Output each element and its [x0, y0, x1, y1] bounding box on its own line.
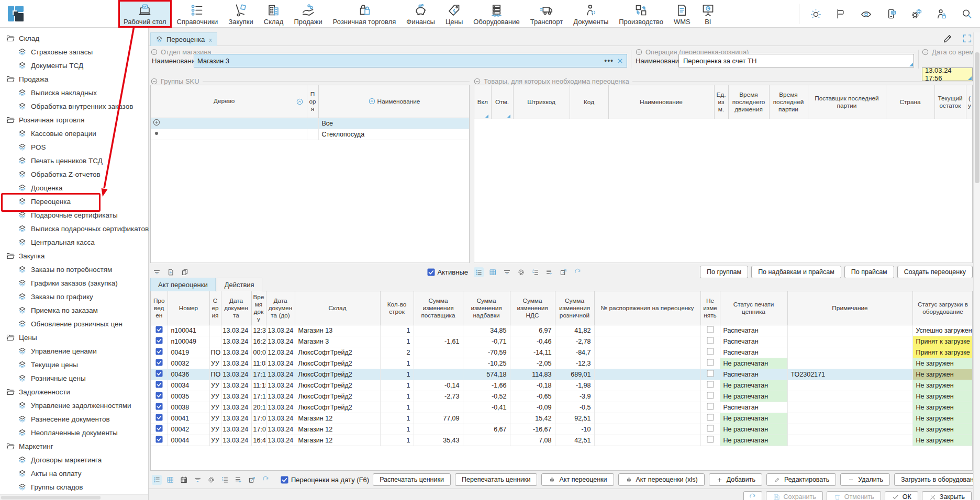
acts-col-7[interactable]: Кол-во строк	[380, 291, 414, 325]
acts-button-2[interactable]: Акт переоценки	[541, 473, 614, 486]
edit-pencil-icon[interactable]	[942, 33, 953, 44]
goods-col-11[interactable]: (у	[966, 85, 973, 119]
view-grid-icon[interactable]	[488, 267, 498, 277]
sku-row[interactable]: Стеклопосуда	[151, 129, 470, 140]
export-icon[interactable]	[247, 475, 257, 485]
sidebar-item-18[interactable]: Графики заказов (закупка)	[0, 276, 148, 290]
refresh-icon[interactable]	[261, 475, 271, 485]
settings-gears-icon[interactable]	[910, 8, 922, 20]
goods-col-6[interactable]: Время последнего движения	[728, 85, 769, 119]
collapse-icon[interactable]	[922, 49, 929, 55]
acts-table-row[interactable]: 00032УУ13.03.2411:0313.03.24ЛюксСофтТрей…	[151, 358, 973, 369]
app-tab-equipment[interactable]: Оборудование	[468, 0, 525, 28]
checkbox-checked-icon[interactable]	[155, 359, 163, 366]
app-tab-references[interactable]: Справочники	[172, 0, 224, 28]
acts-button-3[interactable]: Акт переоценки (xls)	[618, 473, 705, 486]
goods-col-10[interactable]: Текущий остаток	[934, 85, 966, 119]
sidebar-item-33[interactable]: Группы складов	[0, 480, 148, 494]
goods-col-8[interactable]: Поставщик последней партии	[808, 85, 886, 119]
goods-button-1[interactable]: По надбавкам и прайсам	[751, 266, 841, 278]
checkbox-empty-icon[interactable]	[707, 436, 714, 443]
acts-col-2[interactable]: Серия	[209, 291, 221, 325]
refresh-button[interactable]	[743, 491, 762, 500]
sidebar-item-29[interactable]: Неоплаченные документы	[0, 426, 148, 439]
operation-select[interactable]: Переоценка за счет ТН	[678, 54, 914, 67]
goods-col-3[interactable]: Код	[570, 85, 608, 119]
acts-tab-0[interactable]: Акт переоценки	[150, 278, 216, 291]
app-tab-purchases[interactable]: Закупки	[223, 0, 258, 28]
app-tab-production[interactable]: Производство	[614, 0, 669, 28]
app-tab-finance[interactable]: Финансы	[401, 0, 440, 28]
sidebar-item-4[interactable]: Выписка накладных	[0, 86, 148, 99]
checkbox-checked-icon[interactable]	[427, 268, 435, 276]
acts-col-8[interactable]: Сумма изменения поставщика	[414, 291, 463, 325]
sku-row[interactable]: Все	[151, 118, 470, 129]
close-button[interactable]: Закрыть	[922, 491, 972, 500]
sidebar-item-25[interactable]: Розничные цены	[0, 371, 148, 385]
checkbox-checked-icon[interactable]	[155, 348, 163, 355]
sidebar-item-21[interactable]: Обновление розничных цен	[0, 317, 148, 331]
sidebar-item-14[interactable]: Выписка подарочных сертификатов	[0, 222, 148, 235]
view-grid-icon[interactable]	[165, 475, 175, 485]
checkbox-empty-icon[interactable]	[707, 370, 714, 377]
checkbox-checked-icon[interactable]	[155, 370, 163, 377]
filter-icon[interactable]	[152, 267, 162, 277]
app-tab-prices[interactable]: Цены	[440, 0, 468, 28]
user-lock-icon[interactable]	[936, 8, 948, 20]
sidebar-item-31[interactable]: Договоры маркетинга	[0, 453, 148, 467]
checkbox-empty-icon[interactable]	[707, 337, 714, 344]
goods-col-5[interactable]: Ед. изм.	[714, 85, 728, 119]
checkbox-checked-icon[interactable]	[155, 381, 163, 388]
checkbox-empty-icon[interactable]	[707, 326, 714, 333]
goods-col-2[interactable]: Штрихкод	[513, 85, 570, 119]
acts-button-0[interactable]: Распечатать ценники	[373, 473, 451, 486]
acts-col-1[interactable]: Номер	[168, 291, 209, 325]
scrollbar-thumb[interactable]	[975, 52, 979, 183]
flag-icon[interactable]	[835, 8, 847, 20]
numbered-list-icon[interactable]	[530, 267, 540, 277]
sidebar-item-16[interactable]: Закупка	[0, 249, 148, 263]
checkbox-checked-icon[interactable]	[155, 326, 163, 333]
checkbox-empty-icon[interactable]	[707, 425, 714, 432]
sidebar-item-19[interactable]: Заказы по графику	[0, 290, 148, 303]
sidebar-item-23[interactable]: Управление ценами	[0, 344, 148, 358]
sidebar-item-13[interactable]: Подарочные сертификаты	[0, 208, 148, 222]
ok-button[interactable]: ОК	[885, 491, 918, 500]
app-tab-sales[interactable]: Продажи	[288, 0, 327, 28]
active-checkbox[interactable]: Активные	[409, 265, 468, 279]
acts-table-row[interactable]: 00436ПО13.03.2417:1113.03.24ЛюксСофтТрей…	[151, 369, 973, 380]
sidebar-item-1[interactable]: Страховые запасы	[0, 45, 148, 59]
acts-col-14[interactable]: Статус печати ценника	[720, 291, 787, 325]
acts-col-3[interactable]: Дата документа	[221, 291, 251, 325]
sidebar-item-22[interactable]: Цены	[0, 331, 148, 344]
theme-icon[interactable]	[810, 8, 822, 20]
vertical-scrollbar[interactable]	[973, 32, 980, 500]
acts-table-row[interactable]: 00038УУ13.03.2420:1813.03.24ЛюксСофтТрей…	[151, 402, 973, 413]
eye-icon[interactable]	[860, 8, 872, 20]
goods-col-1[interactable]: Отм.	[491, 85, 513, 119]
acts-button-5[interactable]: Редактировать	[766, 473, 836, 486]
refresh-icon[interactable]	[573, 267, 583, 277]
calendar-icon[interactable]	[179, 475, 189, 485]
sidebar-item-26[interactable]: Задолженности	[0, 385, 148, 399]
clear-field-icon[interactable]	[617, 58, 623, 64]
add-row-icon[interactable]	[233, 475, 243, 485]
app-tab-warehouse[interactable]: Склад	[259, 0, 289, 28]
view-list-icon[interactable]	[152, 475, 162, 485]
tree-plus-icon[interactable]	[153, 119, 160, 126]
acts-button-7[interactable]: Загрузить в оборудование	[894, 473, 980, 486]
acts-col-4[interactable]: Время доку	[251, 291, 266, 325]
sidebar-item-32[interactable]: Акты на оплату	[0, 467, 148, 480]
sidebar-horizontal-scrollbar[interactable]	[0, 494, 148, 500]
sku-col-tree[interactable]: Дерево	[151, 85, 307, 118]
sidebar-item-9[interactable]: Печать ценников ТСД	[0, 154, 148, 167]
checkbox-checked-icon[interactable]	[155, 337, 163, 344]
pages-copy-icon[interactable]	[180, 267, 190, 277]
app-tab-bi[interactable]: BI	[696, 0, 720, 28]
goods-col-7[interactable]: Время последней партии	[769, 85, 808, 119]
checkbox-empty-icon[interactable]	[707, 414, 714, 421]
sidebar-item-6[interactable]: Розничная торговля	[0, 113, 148, 127]
app-tab-documents[interactable]: Документы	[568, 0, 614, 28]
add-row-icon[interactable]	[544, 267, 554, 277]
numbered-list-icon[interactable]	[220, 475, 230, 485]
